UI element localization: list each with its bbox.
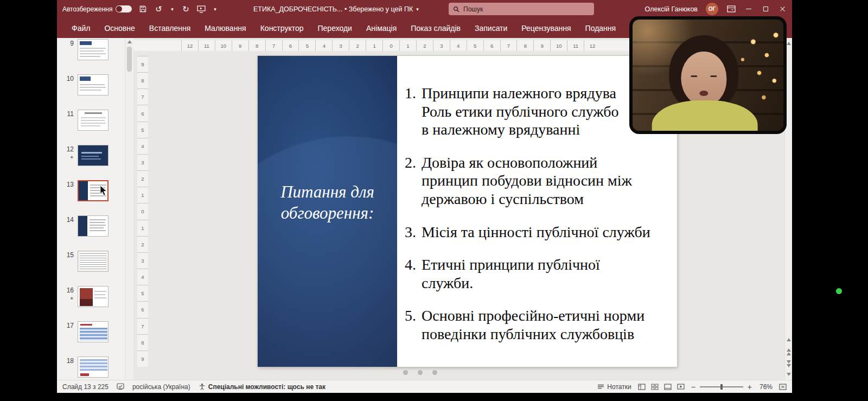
search-bar[interactable]	[449, 3, 594, 15]
ribbon-tab[interactable]: Показ слайдів	[404, 18, 468, 38]
autosave-switch[interactable]	[116, 5, 132, 12]
ruler-mark: 4	[137, 269, 148, 285]
save-icon[interactable]	[138, 3, 148, 15]
slideshow-view-button[interactable]	[677, 384, 685, 390]
maximize-button[interactable]	[761, 5, 770, 14]
ribbon-tab[interactable]: Подання	[578, 18, 623, 38]
slide-left-panel[interactable]: Питання для обговорення:	[258, 56, 397, 367]
ruler-mark: 6	[137, 105, 148, 121]
webcam-overlay[interactable]	[629, 16, 787, 134]
scroll-up-icon[interactable]	[127, 40, 132, 43]
slide-thumbnail[interactable]: 17	[57, 321, 125, 342]
ruler-mark: 8	[248, 40, 265, 51]
ribbon-tab[interactable]: Файл	[65, 18, 97, 38]
slide-thumbnail[interactable]: 9	[57, 39, 125, 60]
fit-to-window-button[interactable]	[779, 384, 787, 390]
scrollbar-thumb[interactable]	[127, 47, 132, 72]
slide-thumbnail[interactable]: 15	[57, 251, 125, 272]
slide-number: 11	[67, 110, 74, 118]
slide-panel-title[interactable]: Питання для обговорення:	[258, 182, 397, 224]
start-slideshow-icon[interactable]	[196, 3, 206, 15]
ruler-mark: 12	[584, 40, 601, 51]
slide-thumbnail-image[interactable]	[78, 110, 108, 131]
undo-dropdown-icon[interactable]: ▾	[169, 3, 175, 15]
previous-slide-icon	[787, 348, 791, 355]
undo-icon[interactable]: ↺	[154, 3, 163, 15]
ribbon-tab[interactable]: Основне	[97, 18, 142, 38]
list-item-number: 1.	[405, 84, 422, 139]
slide-number: 18	[67, 357, 74, 365]
close-icon	[780, 6, 786, 12]
list-item-text: Принципи належного врядува Роль етики пу…	[422, 84, 619, 139]
ruler-mark: 3	[332, 40, 349, 51]
slide-thumbnail-image[interactable]	[78, 286, 108, 307]
user-name[interactable]: Олексій Ганюков	[645, 5, 698, 13]
previous-slide-button[interactable]	[785, 347, 793, 356]
language-status[interactable]: російська (Україна)	[132, 383, 190, 391]
list-item[interactable]: 2. Довіра як основоположний принцип побу…	[405, 154, 677, 208]
list-item-text: Довіра як основоположний принцип побудов…	[422, 154, 632, 208]
ribbon-tab[interactable]: Анімація	[359, 18, 404, 38]
ribbon-tab[interactable]: Переходи	[311, 18, 359, 38]
ruler-mark: 7	[500, 40, 517, 51]
list-item-text: Місія та цінності публічної служби	[422, 223, 650, 241]
slide-number: 14	[67, 216, 74, 224]
list-item-number: 2.	[405, 154, 422, 208]
list-item[interactable]: 5. Основні професійно-етичні норми повед…	[405, 307, 677, 343]
slide-thumbnail-image[interactable]	[78, 215, 108, 237]
slide-thumbnail[interactable]: 13	[57, 180, 125, 201]
slide-thumbnail[interactable]: 11	[57, 110, 125, 131]
zoom-out-button[interactable]: −	[691, 383, 695, 391]
ribbon-tab[interactable]: Рецензування	[514, 18, 578, 38]
close-button[interactable]	[778, 5, 787, 14]
slide-thumbnail-image[interactable]	[78, 74, 108, 96]
ruler-mark: 6	[483, 40, 500, 51]
slide-thumbnail-image[interactable]	[78, 357, 108, 378]
notes-button[interactable]: Нотатки	[597, 383, 631, 391]
slide-indicator[interactable]: Слайд 13 з 225	[62, 383, 108, 391]
ribbon-tab[interactable]: Конструктор	[253, 18, 311, 38]
slide-number: 9	[70, 40, 74, 47]
ribbon-tab[interactable]: Вставлення	[142, 18, 198, 38]
proofing-status[interactable]	[117, 383, 124, 390]
slide-sorter-view-button[interactable]	[651, 384, 659, 390]
ribbon-tab[interactable]: Малювання	[197, 18, 253, 38]
search-input[interactable]	[463, 5, 572, 13]
quick-access-dropdown-icon[interactable]: ▾	[212, 3, 218, 15]
zoom-slider-thumb[interactable]	[720, 384, 723, 390]
minimize-button[interactable]	[744, 5, 753, 14]
ruler-mark: 6	[137, 301, 148, 317]
slide-thumbnail[interactable]: 10	[57, 74, 125, 96]
thumbnail-scrollbar[interactable]	[125, 38, 133, 380]
redo-icon[interactable]: ↻	[181, 3, 190, 15]
autosave-toggle[interactable]: Автозбереження	[62, 5, 132, 13]
slide-thumbnail-image[interactable]	[78, 321, 108, 342]
slide-thumbnail[interactable]: 16	[57, 286, 125, 307]
slide-thumbnail[interactable]: 12	[57, 145, 125, 166]
scroll-down-button[interactable]	[785, 370, 793, 379]
avatar[interactable]: ОГ	[706, 3, 718, 15]
next-slide-button[interactable]	[785, 359, 793, 368]
next-slide-icon	[787, 360, 791, 367]
accessibility-status[interactable]: Спеціальні можливості: щось не так	[199, 383, 326, 391]
slide-thumbnail-image[interactable]	[78, 39, 108, 60]
slide-canvas[interactable]: Питання для обговорення: 1. Принципи нал…	[258, 56, 677, 367]
list-item[interactable]: 4. Етичні принципи публічної служби.	[405, 256, 677, 292]
document-title[interactable]: ЕТИКА_ДОБРОЧЕСНІСТЬ... • Збережено у цей…	[253, 0, 419, 18]
ruler-mark: 12	[181, 40, 198, 51]
zoom-in-button[interactable]: +	[748, 383, 752, 391]
ribbon-display-options-icon[interactable]	[726, 3, 736, 15]
status-bar: Слайд 13 з 225 російська (Україна) Спеці…	[57, 380, 792, 393]
list-item[interactable]: 3. Місія та цінності публічної служби	[405, 223, 677, 241]
slide-thumbnail-image[interactable]	[78, 251, 108, 272]
zoom-slider[interactable]	[700, 386, 743, 387]
status-green-dot	[836, 288, 842, 294]
scroll-up-button-bottom[interactable]	[785, 335, 793, 344]
ribbon-tab[interactable]: Записати	[468, 18, 514, 38]
zoom-level[interactable]: 76%	[756, 383, 773, 391]
reading-view-button[interactable]	[664, 384, 672, 390]
slide-thumbnail[interactable]: 18	[57, 357, 125, 378]
slide-thumbnail-image[interactable]	[78, 145, 108, 166]
normal-view-button[interactable]	[638, 384, 646, 390]
slide-thumbnail[interactable]: 14	[57, 215, 125, 237]
